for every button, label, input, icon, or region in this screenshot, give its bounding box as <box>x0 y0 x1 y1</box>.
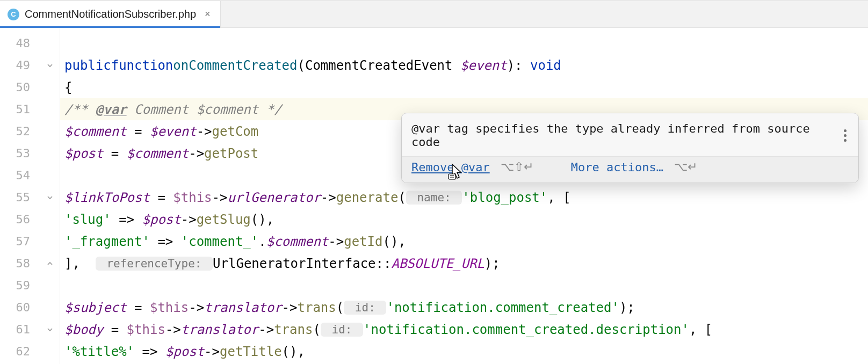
line-number: 52 <box>0 125 30 138</box>
fold-close-icon[interactable] <box>45 259 55 268</box>
inspection-actions: Remove @var ⌥⇧↵ More actions… ⌥↵ <box>402 156 858 183</box>
close-icon[interactable]: × <box>205 9 211 20</box>
code-line: $subject = $this->translator->trans( id:… <box>60 296 868 318</box>
code-line: public function onCommentCreated(Comment… <box>60 54 868 76</box>
remove-var-link[interactable]: Remove @var <box>411 161 490 174</box>
code-line: { <box>60 76 868 98</box>
line-number: 56 <box>0 213 30 226</box>
file-type-icon: C <box>8 9 19 20</box>
line-number: 59 <box>0 279 30 292</box>
line-number: 48 <box>0 37 30 50</box>
line-number: 61 <box>0 323 30 336</box>
code-line: $linkToPost = $this->urlGenerator->gener… <box>60 186 868 208</box>
inspection-tooltip: @var tag specifies the type already infe… <box>401 113 859 183</box>
code-area[interactable]: public function onCommentCreated(Comment… <box>60 28 868 364</box>
line-number: 60 <box>0 301 30 314</box>
parameter-hint: name: <box>406 191 462 205</box>
code-line: 'slug' => $post->getSlug(), <box>60 208 868 230</box>
gutter: 48 49 50 51 52 53 54 55 56 57 58 59 60 <box>0 28 60 364</box>
code-line: ], referenceType: UrlGeneratorInterface:… <box>60 252 868 274</box>
code-line <box>60 274 868 296</box>
editor-tab[interactable]: C CommentNotificationSubscriber.php × <box>0 1 221 27</box>
line-number: 62 <box>0 345 30 358</box>
line-number: 55 <box>0 191 30 204</box>
fold-open-icon[interactable] <box>45 325 55 334</box>
parameter-hint: id: <box>344 301 386 315</box>
code-editor[interactable]: 48 49 50 51 52 53 54 55 56 57 58 59 60 <box>0 28 868 364</box>
line-number: 50 <box>0 81 30 94</box>
kebab-icon[interactable] <box>842 127 849 144</box>
tab-title: CommentNotificationSubscriber.php <box>25 8 196 20</box>
code-line: $body = $this->translator->trans( id: 'n… <box>60 318 868 340</box>
shortcut-hint: ⌥↵ <box>674 160 697 174</box>
code-line: '_fragment' => 'comment_'.$comment->getI… <box>60 230 868 252</box>
code-line <box>60 32 868 54</box>
line-number: 57 <box>0 235 30 248</box>
line-number: 51 <box>0 103 30 116</box>
line-number: 53 <box>0 147 30 160</box>
line-number: 58 <box>0 257 30 270</box>
shortcut-hint: ⌥⇧↵ <box>501 160 533 174</box>
line-number: 54 <box>0 169 30 182</box>
code-line: '%title%' => $post->getTitle(), <box>60 340 868 362</box>
more-actions-link[interactable]: More actions… <box>571 161 663 174</box>
tab-bar: C CommentNotificationSubscriber.php × <box>0 0 868 28</box>
fold-open-icon[interactable] <box>45 193 55 202</box>
parameter-hint: referenceType: <box>96 257 213 271</box>
line-number: 49 <box>0 59 30 72</box>
fold-open-icon[interactable] <box>45 61 55 70</box>
inspection-message: @var tag specifies the type already infe… <box>411 122 842 149</box>
parameter-hint: id: <box>321 323 363 337</box>
